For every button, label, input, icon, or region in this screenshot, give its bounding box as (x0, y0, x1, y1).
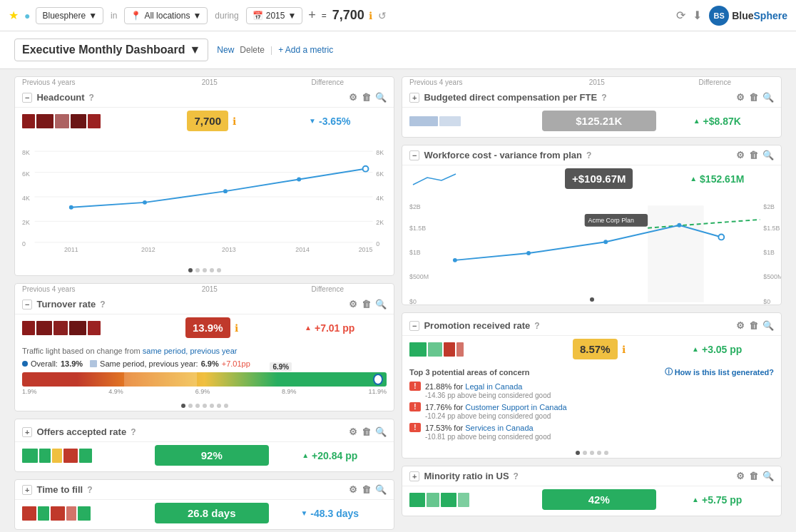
turnover-detail: Traffic light based on change from same … (15, 344, 394, 401)
expand-icon[interactable]: 🔍 (762, 471, 774, 481)
expand-button[interactable]: + (409, 93, 419, 103)
chart-dot[interactable] (224, 404, 228, 408)
year-header: 2015 (150, 285, 269, 293)
chart-dot[interactable] (597, 451, 601, 455)
help-icon[interactable]: ? (514, 471, 519, 481)
collapse-button[interactable]: − (409, 321, 419, 331)
trash-icon[interactable]: 🗑 (362, 484, 371, 495)
settings-icon[interactable]: ⚙ (736, 150, 745, 160)
dashboard-selector[interactable]: Executive Monthly Dashboard ▼ (14, 39, 208, 61)
info-icon[interactable]: ℹ (369, 10, 372, 21)
svg-point-21 (143, 200, 147, 205)
chart-dot[interactable] (203, 268, 207, 272)
help-icon[interactable]: ? (89, 93, 94, 103)
chart-dot[interactable] (217, 404, 221, 408)
promotion-info-icon[interactable]: ℹ (622, 344, 626, 355)
delete-button[interactable]: Delete (240, 45, 265, 55)
download-button[interactable]: ⬇ (693, 9, 702, 22)
settings-icon[interactable]: ⚙ (736, 471, 745, 481)
svg-text:2011: 2011 (448, 304, 462, 305)
bluesphere-button[interactable]: Bluesphere ▼ (36, 7, 103, 24)
help-icon[interactable]: ? (586, 150, 591, 160)
chart-dot[interactable] (210, 268, 214, 272)
help-icon[interactable]: ? (87, 485, 92, 495)
card-actions: ⚙ 🗑 🔍 (349, 484, 387, 495)
headcount-spark (22, 114, 150, 128)
expand-button[interactable]: + (22, 427, 32, 437)
settings-icon[interactable]: ⚙ (736, 320, 745, 331)
minority-values: 42% ▲ +5.75 pp (402, 486, 781, 516)
svg-point-24 (363, 166, 369, 172)
expand-icon[interactable]: 🔍 (762, 150, 774, 160)
concern-link[interactable]: Legal in Canada (465, 382, 522, 391)
chart-dot[interactable] (576, 451, 580, 455)
turnover-card: Previous 4 years 2015 Difference − Turno… (14, 283, 394, 411)
svg-text:$2B: $2B (409, 203, 421, 210)
trash-icon[interactable]: 🗑 (362, 92, 371, 103)
settings-icon[interactable]: ⚙ (349, 92, 357, 103)
help-icon[interactable]: ? (601, 93, 606, 103)
chart-dot[interactable] (590, 451, 594, 455)
turnover-note-link[interactable]: same period, previous year (143, 347, 238, 355)
help-icon[interactable]: ? (100, 300, 105, 310)
logo-text: BlueSphere (732, 10, 787, 21)
plus-icon[interactable]: + (308, 8, 316, 23)
settings-icon[interactable]: ⚙ (736, 92, 745, 103)
trash-icon[interactable]: 🗑 (362, 299, 371, 310)
add-metric-button[interactable]: + Add a metric (278, 45, 333, 55)
undo-button[interactable]: ↺ (378, 10, 387, 21)
star-icon[interactable]: ★ (9, 9, 19, 22)
chart-dot[interactable] (210, 404, 214, 408)
svg-text:2012: 2012 (518, 304, 532, 305)
chevron-down-icon: ▼ (193, 11, 201, 21)
concern-help-button[interactable]: ⓘ How is this list generated? (665, 367, 774, 377)
turnover-info-icon[interactable]: ℹ (235, 322, 238, 334)
prev-year-dot (90, 360, 97, 367)
expand-icon[interactable]: 🔍 (375, 426, 387, 437)
expand-button[interactable]: + (22, 485, 32, 495)
trash-icon[interactable]: 🗑 (362, 426, 371, 437)
trash-icon[interactable]: 🗑 (749, 92, 758, 103)
trash-icon[interactable]: 🗑 (749, 150, 758, 160)
headcount-title: Headcount (36, 92, 84, 103)
chart-dot[interactable] (195, 404, 200, 408)
expand-icon[interactable]: 🔍 (375, 92, 387, 103)
expand-icon[interactable]: 🔍 (762, 92, 774, 103)
chart-dot[interactable] (181, 404, 185, 408)
trash-icon[interactable]: 🗑 (749, 471, 758, 481)
expand-icon[interactable]: 🔍 (375, 299, 387, 310)
collapse-button[interactable]: − (409, 150, 419, 160)
expand-icon[interactable]: 🔍 (375, 484, 387, 495)
settings-icon[interactable]: ⚙ (349, 426, 357, 437)
chart-dot[interactable] (604, 451, 608, 455)
concern-link[interactable]: Customer Support in Canada (465, 403, 566, 411)
collapse-button[interactable]: − (22, 300, 32, 310)
expand-icon[interactable]: 🔍 (762, 320, 774, 331)
refresh-button[interactable]: ⟳ (676, 9, 685, 22)
chart-dot[interactable] (583, 451, 587, 455)
chart-dot[interactable] (188, 404, 193, 408)
chart-dot[interactable] (217, 268, 221, 272)
in-label: in (109, 11, 118, 21)
chart-dot[interactable] (195, 268, 200, 272)
new-button[interactable]: New (217, 45, 234, 55)
location-selector[interactable]: 📍 All locations ▼ (124, 7, 208, 24)
bar-label-3: 6.9% (195, 388, 210, 395)
workforce-spark (409, 170, 538, 188)
settings-icon[interactable]: ⚙ (349, 299, 357, 310)
dashboard-grid: Previous 4 years 2015 Difference − Headc… (14, 76, 782, 530)
headcount-info-icon[interactable]: ℹ (233, 116, 236, 127)
help-icon[interactable]: ? (534, 321, 539, 331)
logo-circle: BS (709, 6, 729, 26)
settings-icon[interactable]: ⚙ (349, 484, 357, 495)
circle-icon[interactable]: ● (24, 10, 30, 21)
year-selector[interactable]: 📅 2015 ▼ (246, 7, 303, 24)
equals-icon: = (322, 11, 327, 21)
collapse-button[interactable]: − (22, 93, 32, 103)
concern-link[interactable]: Services in Canada (465, 424, 533, 432)
chart-dot[interactable] (203, 404, 207, 408)
expand-button[interactable]: + (409, 471, 419, 481)
help-icon[interactable]: ? (131, 427, 136, 437)
chart-dot[interactable] (188, 268, 193, 272)
trash-icon[interactable]: 🗑 (749, 320, 758, 331)
